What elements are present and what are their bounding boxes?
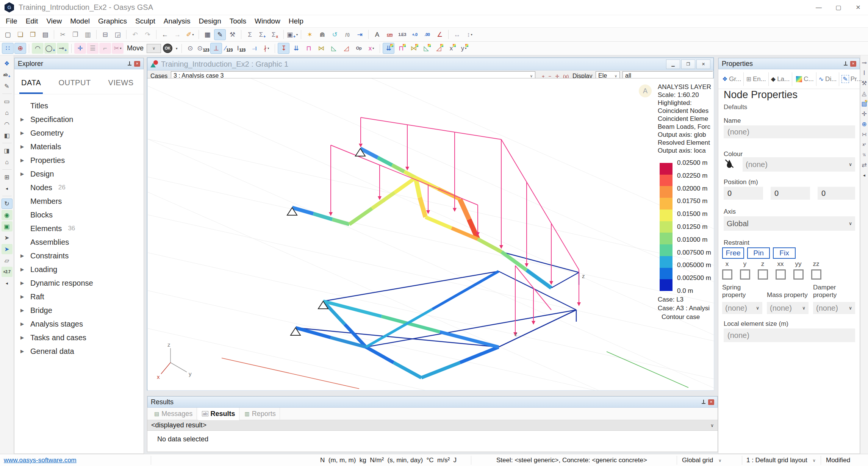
decimals-remove-icon[interactable]: .00 [421, 29, 433, 40]
expand-arrow-icon[interactable] [20, 130, 30, 136]
grid-snap-icon[interactable]: ∷ [2, 43, 14, 54]
tree-item[interactable]: Titles [14, 99, 144, 113]
ok-button[interactable]: OK [163, 44, 172, 53]
expand-arrow-icon[interactable] [20, 280, 30, 286]
tree-item[interactable]: Dynamic response [14, 276, 144, 290]
select-cursor-icon[interactable]: ➤ [2, 233, 13, 243]
supports-display-icon[interactable]: ⊥ [210, 43, 222, 54]
extents-icon[interactable]: ▭ [2, 96, 13, 106]
print-icon[interactable]: ⊟ [99, 29, 111, 40]
results-tab[interactable]: ▤ Messages [150, 408, 197, 420]
local-element-size-field[interactable]: (none) [724, 328, 855, 342]
restraint-zz-checkbox[interactable] [811, 269, 821, 280]
delete-diagrams-icon[interactable]: x [365, 43, 377, 54]
mass-property-combo[interactable]: (none)∨ [767, 302, 809, 314]
restraint-y-checkbox[interactable] [740, 269, 750, 280]
releases-icon[interactable]: →| [248, 43, 260, 54]
squared-tool-icon[interactable]: x² [861, 140, 868, 149]
find-icon[interactable]: ⋒ [316, 29, 328, 40]
properties-tab[interactable]: C... [792, 72, 816, 86]
tree-item[interactable]: Analysis stages [14, 317, 144, 331]
add-node-icon[interactable]: ⊕ [14, 43, 26, 54]
add-case-icon[interactable]: + [540, 73, 547, 79]
joint-tool-icon[interactable]: ⊸ [861, 58, 868, 67]
pin-icon[interactable] [701, 400, 706, 404]
graphic-minimize-button[interactable]: ▁ [666, 59, 680, 69]
colour-combo[interactable]: (none)∨ [743, 157, 855, 172]
explorer-tab[interactable]: OUTPUT [58, 78, 91, 94]
displayed-result-header[interactable]: <displayed result> ∨ [147, 420, 718, 431]
tree-item[interactable]: Tasks and cases [14, 331, 144, 344]
close-button[interactable]: ✕ [848, 0, 868, 15]
contour-settlements-icon[interactable]: ⇊ [383, 43, 394, 54]
menu-item[interactable]: Help [285, 15, 308, 28]
restraint-yy-checkbox[interactable] [793, 269, 804, 280]
expand-arrow-icon[interactable] [20, 308, 30, 313]
exponent-icon[interactable]: 1.E3 [396, 29, 408, 40]
position-y-field[interactable]: 0 [771, 187, 810, 200]
expand-arrow-icon[interactable] [20, 253, 30, 258]
member-tool-icon[interactable]: ◬ [861, 89, 868, 98]
print-preview-icon[interactable]: ◲ [112, 29, 124, 40]
menu-item[interactable]: Model [66, 15, 94, 28]
tree-item[interactable]: Raft [14, 290, 144, 303]
beam-loads-icon[interactable]: ⊓ [303, 43, 314, 54]
save-icon[interactable]: ▤ [39, 29, 51, 40]
oasys-link[interactable]: www.oasys-software.com [4, 457, 77, 464]
diagram-settings-icon[interactable]: Op [353, 43, 364, 54]
orbit-icon[interactable]: ↻ [2, 199, 13, 209]
restraint-free-button[interactable]: Free [722, 247, 744, 259]
dimension-icon[interactable]: cm [384, 29, 396, 40]
goto-icon[interactable]: ⇥ [354, 29, 366, 40]
tree-item[interactable]: Elements 36 [14, 222, 144, 235]
add-axis-icon[interactable]: ✛ [74, 43, 86, 54]
add-element-icon[interactable]: ⊸ + [57, 43, 69, 54]
contour-2d-icon[interactable]: ⋈ [408, 43, 419, 54]
position-z-field[interactable]: 0 [818, 187, 855, 200]
results-tab[interactable]: ▥ Reports [241, 408, 280, 420]
chevron-down-icon[interactable]: ∨ [710, 423, 714, 428]
model-viewport[interactable]: z z z y x A ANALYSIS LAYERScale: 1:60.20… [148, 78, 714, 390]
tree-item[interactable]: Blocks [14, 208, 144, 222]
grid-tool-icon[interactable]: ∺ [861, 130, 868, 139]
copy-icon[interactable]: ❐ [69, 29, 81, 40]
case-combo[interactable]: 3 : Analysis case 3∨ [171, 71, 535, 78]
back-icon[interactable]: ← [159, 29, 171, 40]
view-front-icon[interactable]: ⌂ [2, 108, 13, 118]
node-numbers-icon[interactable]: ⊙ 123 [197, 43, 210, 54]
menu-item[interactable]: Graphics [94, 15, 131, 28]
more-select-icon[interactable]: ◂ [2, 278, 13, 288]
expand-arrow-icon[interactable] [20, 321, 30, 327]
analyse-all-icon[interactable]: Σ [244, 29, 256, 40]
new-window-icon[interactable]: ▣ + [286, 29, 298, 40]
settlements-icon[interactable]: ⇊ [290, 43, 302, 54]
view-top-icon[interactable]: ◠ [2, 119, 13, 129]
move-mode-combo[interactable]: ∨ [147, 44, 161, 53]
tree-item[interactable]: Constraints [14, 249, 144, 263]
more-tools-icon[interactable]: ◂ [861, 171, 868, 180]
wizard-icon[interactable]: ✶ [304, 29, 316, 40]
view-iso-draft-icon[interactable]: ◧ [2, 130, 13, 141]
sketch-tool-icon[interactable]: ✎ [214, 29, 226, 40]
tree-item[interactable]: Specification [14, 113, 144, 126]
tree-item[interactable]: Assemblies [14, 235, 144, 249]
properties-tab[interactable]: ✎ Pr... [839, 72, 864, 86]
forward-icon[interactable]: → [172, 29, 183, 40]
sculpt-select-icon[interactable]: ➤ [2, 244, 13, 254]
expand-arrow-icon[interactable] [20, 158, 30, 163]
2d-loads-icon[interactable]: ⋈ [315, 43, 327, 54]
tree-item[interactable]: Geometry [14, 126, 144, 140]
contour-x-icon[interactable]: x [445, 43, 457, 54]
results-tab[interactable]: ab Results [198, 408, 239, 420]
close-panel-icon[interactable] [850, 61, 856, 67]
zoom-icon[interactable]: ◉ [2, 210, 13, 220]
expand-arrow-icon[interactable] [20, 335, 30, 340]
maximize-button[interactable]: ▢ [829, 0, 848, 15]
graphic-restore-button[interactable]: ❐ [681, 59, 695, 69]
properties-tab[interactable]: ⊞ En... [744, 72, 768, 86]
close-panel-icon[interactable] [134, 61, 140, 67]
restraint-pin-button[interactable]: Pin [747, 247, 770, 259]
tree-item[interactable]: Loading [14, 263, 144, 276]
properties-tab[interactable]: ❖ Gr... [720, 72, 744, 86]
element-numbers-icon[interactable]: ∕ 123 [223, 43, 235, 54]
